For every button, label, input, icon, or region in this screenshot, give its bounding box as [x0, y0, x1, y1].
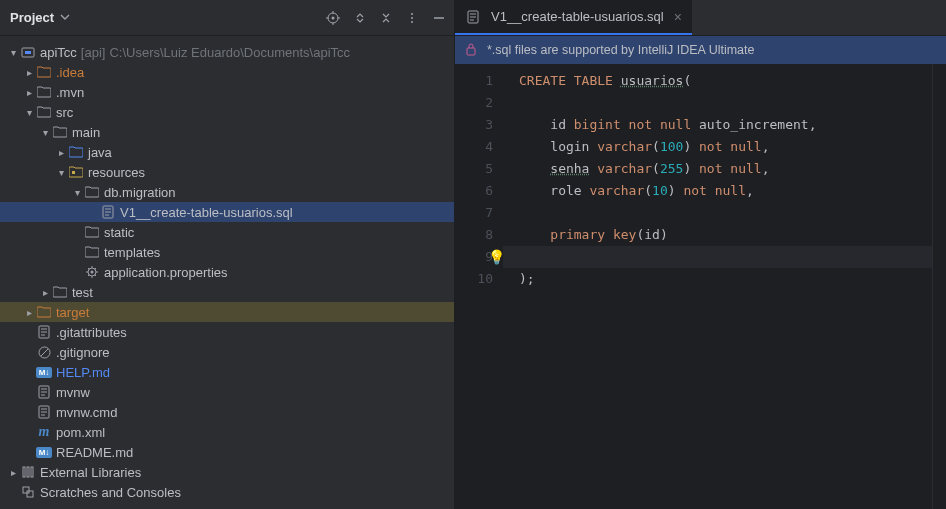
- library-icon: [20, 464, 36, 480]
- folder-icon: [36, 304, 52, 320]
- editor-banner[interactable]: *.sql files are supported by IntelliJ ID…: [455, 36, 946, 64]
- node-label: External Libraries: [40, 465, 141, 480]
- tree-node-java[interactable]: ▸java: [0, 142, 454, 162]
- node-label: Scratches and Consoles: [40, 485, 181, 500]
- node-label: java: [88, 145, 112, 160]
- gear-icon: [84, 264, 100, 280]
- node-label: .gitattributes: [56, 325, 127, 340]
- tree-node-target[interactable]: ▸target: [0, 302, 454, 322]
- node-label: src: [56, 105, 73, 120]
- file-icon: [36, 384, 52, 400]
- tree-node-templates[interactable]: ▸templates: [0, 242, 454, 262]
- tree-node-scratch[interactable]: ▸Scratches and Consoles: [0, 482, 454, 502]
- node-label: resources: [88, 165, 145, 180]
- markdown-icon: M↓: [36, 364, 52, 380]
- locate-icon[interactable]: [326, 11, 340, 25]
- tree-node-src[interactable]: ▾src: [0, 102, 454, 122]
- bulb-icon[interactable]: 💡: [488, 246, 505, 268]
- node-label: test: [72, 285, 93, 300]
- tree-node-pom[interactable]: ▸mpom.xml: [0, 422, 454, 442]
- folder-icon: [36, 64, 52, 80]
- gutter: 1 2 3 4 5 6 7 8 9💡 10: [455, 64, 503, 509]
- tree-node-appprops[interactable]: ▸application.properties: [0, 262, 454, 282]
- chevron-down-icon[interactable]: [60, 10, 70, 25]
- folder-icon: [68, 164, 84, 180]
- svg-point-2: [411, 13, 413, 15]
- node-label: mvnw: [56, 385, 90, 400]
- project-name: apiTcc: [40, 45, 77, 60]
- node-label: .idea: [56, 65, 84, 80]
- tree-node-gitignore[interactable]: ▸.gitignore: [0, 342, 454, 362]
- node-label: pom.xml: [56, 425, 105, 440]
- svg-rect-16: [27, 467, 29, 477]
- node-label: db.migration: [104, 185, 176, 200]
- node-label: mvnw.cmd: [56, 405, 117, 420]
- tree-node-test[interactable]: ▸test: [0, 282, 454, 302]
- collapse-icon[interactable]: [380, 12, 392, 24]
- minimize-icon[interactable]: [432, 11, 446, 25]
- tree-project-root[interactable]: ▾ apiTcc [api] C:\Users\Luiz Eduardo\Doc…: [0, 42, 454, 62]
- node-label: application.properties: [104, 265, 228, 280]
- tree-node-main[interactable]: ▾main: [0, 122, 454, 142]
- folder-icon: [84, 224, 100, 240]
- folder-icon: [68, 144, 84, 160]
- svg-rect-7: [72, 171, 75, 174]
- tree-node-mvnwcmd[interactable]: ▸mvnw.cmd: [0, 402, 454, 422]
- close-icon[interactable]: ×: [674, 9, 682, 25]
- node-label: templates: [104, 245, 160, 260]
- editor-tabs: V1__create-table-usuarios.sql ×: [455, 0, 946, 36]
- folder-icon: [52, 124, 68, 140]
- project-scope: [api]: [81, 45, 106, 60]
- svg-point-3: [411, 17, 413, 19]
- lock-icon: [465, 42, 477, 59]
- code-area[interactable]: 1 2 3 4 5 6 7 8 9💡 10 CREATE TABLE usuar…: [455, 64, 946, 509]
- tree-node-help[interactable]: ▸M↓HELP.md: [0, 362, 454, 382]
- svg-point-1: [332, 16, 335, 19]
- node-label: target: [56, 305, 89, 320]
- tree-node-resources[interactable]: ▾resources: [0, 162, 454, 182]
- tree-node-extlib[interactable]: ▸External Libraries: [0, 462, 454, 482]
- scratch-icon: [20, 484, 36, 500]
- folder-icon: [36, 84, 52, 100]
- tree-node-mvnw[interactable]: ▸mvnw: [0, 382, 454, 402]
- module-icon: [20, 44, 36, 60]
- folder-icon: [52, 284, 68, 300]
- tree-node-dbmigration[interactable]: ▾db.migration: [0, 182, 454, 202]
- svg-rect-21: [467, 48, 475, 55]
- tab-label: V1__create-table-usuarios.sql: [491, 9, 664, 24]
- more-icon[interactable]: [406, 12, 418, 24]
- scrollbar[interactable]: [932, 64, 946, 509]
- svg-rect-18: [23, 487, 29, 493]
- svg-rect-6: [25, 51, 31, 54]
- node-label: README.md: [56, 445, 133, 460]
- markdown-icon: M↓: [36, 444, 52, 460]
- svg-point-4: [411, 21, 413, 23]
- folder-icon: [36, 104, 52, 120]
- tree-node-mvn[interactable]: ▸.mvn: [0, 82, 454, 102]
- code-body[interactable]: CREATE TABLE usuarios( id bigint not nul…: [503, 64, 932, 509]
- tree-node-idea[interactable]: ▸.idea: [0, 62, 454, 82]
- file-icon: [36, 404, 52, 420]
- tree-node-sqlfile[interactable]: ▸V1__create-table-usuarios.sql: [0, 202, 454, 222]
- tree-node-static[interactable]: ▸static: [0, 222, 454, 242]
- svg-point-10: [91, 271, 94, 274]
- svg-rect-19: [27, 491, 33, 497]
- svg-rect-15: [23, 467, 25, 477]
- ignore-icon: [36, 344, 52, 360]
- project-tree[interactable]: ▾ apiTcc [api] C:\Users\Luiz Eduardo\Doc…: [0, 36, 454, 509]
- maven-icon: m: [36, 424, 52, 440]
- node-label: .gitignore: [56, 345, 109, 360]
- expand-icon[interactable]: [354, 12, 366, 24]
- file-icon: [465, 9, 481, 25]
- node-label: HELP.md: [56, 365, 110, 380]
- tree-node-gitattr[interactable]: ▸.gitattributes: [0, 322, 454, 342]
- sidebar-title[interactable]: Project: [10, 10, 54, 25]
- editor-pane: V1__create-table-usuarios.sql × *.sql fi…: [455, 0, 946, 509]
- banner-text: *.sql files are supported by IntelliJ ID…: [487, 43, 754, 57]
- tab-sqlfile[interactable]: V1__create-table-usuarios.sql ×: [455, 0, 692, 35]
- project-path: C:\Users\Luiz Eduardo\Documents\apiTcc: [109, 45, 350, 60]
- node-label: .mvn: [56, 85, 84, 100]
- svg-rect-17: [31, 467, 33, 477]
- folder-icon: [84, 244, 100, 260]
- tree-node-readme[interactable]: ▸M↓README.md: [0, 442, 454, 462]
